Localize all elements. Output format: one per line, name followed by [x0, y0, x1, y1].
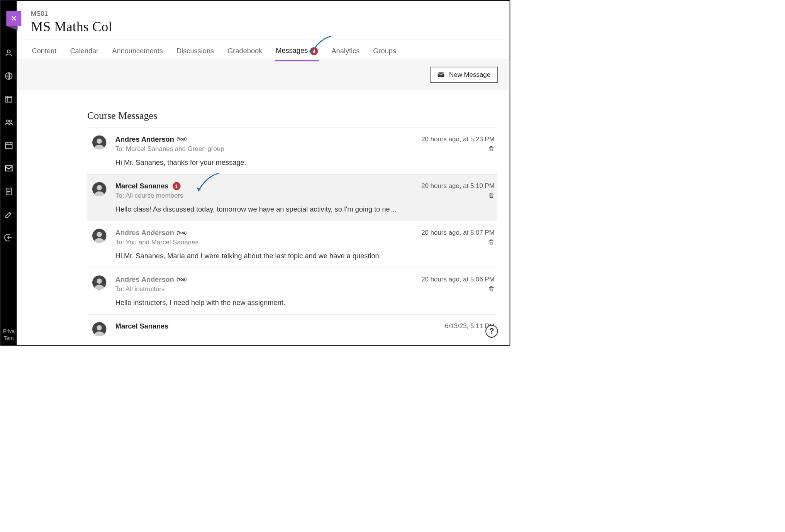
- unread-badge: 1: [172, 182, 180, 190]
- tab-announcements[interactable]: Announcements: [111, 41, 164, 61]
- you-suffix: (You): [176, 230, 187, 235]
- new-message-label: New Message: [449, 71, 490, 78]
- message-row[interactable]: Marcel Sananes1To: All course membersHel…: [87, 174, 497, 221]
- svg-rect-6: [5, 166, 12, 171]
- left-nav-rail: Priva Tern: [1, 1, 17, 345]
- message-snippet: Hi Mr. Sananes, thanks for your message.: [115, 159, 400, 167]
- message-body: Marcel Sananes1To: All course membersHel…: [115, 182, 400, 213]
- compose-icon[interactable]: [4, 210, 13, 219]
- svg-rect-5: [5, 143, 12, 149]
- message-body: Andres Anderson (You)To: Marcel Sananes …: [115, 135, 400, 166]
- tab-analytics[interactable]: Analytics: [331, 41, 361, 61]
- message-timestamp: 6/13/23, 5:11 PM: [409, 322, 495, 330]
- message-recipients: To: Marcel Sananes and Green group: [115, 145, 400, 152]
- message-timestamp: 20 hours ago, at 5:07 PM: [409, 229, 495, 236]
- message-sender: Andres Anderson: [115, 229, 174, 237]
- delete-message-button[interactable]: [488, 145, 495, 152]
- avatar: [92, 229, 106, 242]
- message-sender: Andres Anderson: [115, 135, 174, 143]
- delete-message-button[interactable]: [488, 192, 495, 199]
- close-panel-button[interactable]: [6, 11, 21, 26]
- message-timestamp: 20 hours ago, at 5:06 PM: [409, 275, 495, 283]
- help-button[interactable]: ?: [485, 325, 498, 338]
- svg-point-4: [9, 120, 12, 122]
- message-timestamp: 20 hours ago, at 5:10 PM: [409, 182, 495, 190]
- rail-footer: Priva Tern: [1, 327, 17, 341]
- svg-rect-2: [6, 96, 12, 102]
- message-sender: Marcel Sananes: [115, 322, 168, 330]
- message-row[interactable]: Marcel Sananes6/13/23, 5:11 PM: [87, 314, 497, 345]
- calendar-icon[interactable]: [4, 141, 13, 150]
- avatar: [92, 275, 106, 289]
- tab-label: Discussions: [176, 47, 214, 55]
- courses-icon[interactable]: [4, 95, 13, 103]
- svg-point-10: [97, 185, 102, 190]
- svg-point-3: [6, 120, 8, 122]
- message-recipients: To: All course members: [115, 191, 400, 199]
- signout-icon[interactable]: [4, 233, 13, 242]
- message-row[interactable]: Andres Anderson (You)To: Marcel Sananes …: [87, 127, 497, 174]
- tab-label: Content: [32, 47, 57, 55]
- messages-icon[interactable]: [4, 164, 13, 173]
- message-meta: 20 hours ago, at 5:07 PM: [409, 229, 495, 260]
- message-snippet: Hello class! As discussed today, tomorro…: [115, 205, 400, 213]
- tab-label: Messages: [276, 47, 308, 54]
- course-tabs: ContentCalendarAnnouncementsDiscussionsG…: [17, 39, 510, 59]
- message-meta: 20 hours ago, at 5:06 PM: [409, 275, 495, 307]
- message-snippet: Hello instructors, I need help with the …: [115, 299, 400, 307]
- svg-point-12: [97, 278, 102, 284]
- message-timestamp: 20 hours ago, at 5:23 PM: [409, 135, 495, 143]
- avatar: [92, 182, 106, 196]
- message-row[interactable]: Andres Anderson (You)To: All instructors…: [87, 268, 497, 314]
- you-suffix: (You): [176, 277, 187, 282]
- message-recipients: To: You and Marcel Sananes: [115, 238, 400, 246]
- message-sender: Andres Anderson: [115, 275, 174, 283]
- avatar: [92, 322, 106, 336]
- tab-gradebook[interactable]: Gradebook: [227, 41, 263, 61]
- main-panel: MS01 MS Maths Col ContentCalendarAnnounc…: [17, 1, 510, 345]
- tab-badge: 8: [310, 47, 318, 55]
- message-meta: 20 hours ago, at 5:10 PM: [409, 182, 495, 213]
- new-message-button[interactable]: New Message: [430, 67, 498, 83]
- course-header: MS01 MS Maths Col: [17, 1, 510, 39]
- tab-label: Gradebook: [227, 47, 262, 55]
- tab-discussions[interactable]: Discussions: [175, 41, 215, 61]
- messages-toolbar: New Message: [17, 60, 510, 90]
- svg-point-9: [97, 138, 102, 144]
- message-body: Andres Anderson (You)To: All instructors…: [115, 275, 400, 307]
- message-snippet: Hi Mr. Sananes, Maria and I were talking…: [115, 252, 400, 260]
- community-icon[interactable]: [4, 118, 13, 127]
- tab-content[interactable]: Content: [31, 41, 58, 61]
- course-code: MS01: [31, 10, 510, 17]
- delete-message-button[interactable]: [488, 285, 495, 292]
- message-meta: 6/13/23, 5:11 PM: [409, 322, 495, 340]
- you-suffix: (You): [176, 137, 187, 142]
- grades-icon[interactable]: [4, 187, 13, 196]
- message-body: Andres Anderson (You)To: You and Marcel …: [115, 229, 400, 260]
- svg-point-0: [7, 50, 10, 53]
- profile-icon[interactable]: [4, 48, 13, 57]
- section-title: Course Messages: [87, 110, 497, 122]
- message-body: Marcel Sananes: [115, 322, 400, 340]
- messages-scroll[interactable]: Course Messages Andres Anderson (You)To:…: [17, 101, 510, 345]
- tab-label: Analytics: [331, 47, 359, 55]
- svg-point-11: [97, 232, 102, 237]
- delete-message-button[interactable]: [488, 239, 495, 246]
- svg-point-13: [97, 325, 102, 330]
- message-row[interactable]: Andres Anderson (You)To: You and Marcel …: [87, 221, 497, 268]
- tab-label: Calendar: [70, 47, 98, 55]
- globe-icon[interactable]: [4, 71, 13, 80]
- message-sender: Marcel Sananes: [115, 182, 168, 190]
- tab-label: Announcements: [112, 47, 163, 55]
- course-title: MS Maths Col: [31, 19, 510, 34]
- tab-groups[interactable]: Groups: [372, 41, 397, 61]
- tab-calendar[interactable]: Calendar: [69, 41, 100, 61]
- message-meta: 20 hours ago, at 5:23 PM: [409, 135, 495, 166]
- message-recipients: To: All instructors: [115, 285, 400, 293]
- avatar: [92, 135, 106, 149]
- tab-messages[interactable]: Messages8: [275, 41, 319, 61]
- tab-label: Groups: [373, 47, 396, 55]
- help-icon: ?: [489, 327, 494, 335]
